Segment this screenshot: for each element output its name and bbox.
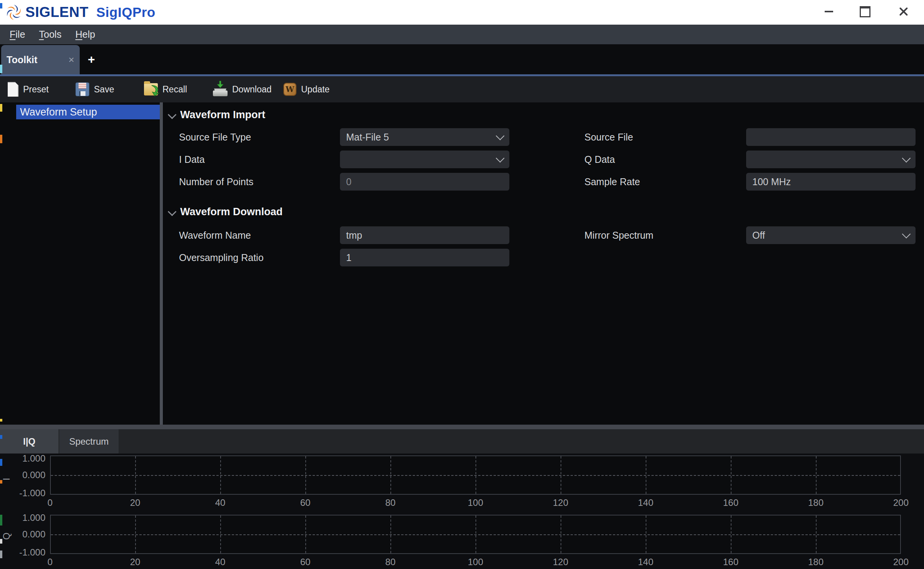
gridline-zero <box>51 534 900 535</box>
field-value: Off <box>752 230 903 241</box>
x-tick-label: 20 <box>130 557 141 567</box>
section-title: Waveform Import <box>180 109 265 121</box>
x-tick-label: 80 <box>385 497 396 508</box>
maximize-button[interactable] <box>852 0 879 23</box>
section-title: Waveform Download <box>180 206 283 218</box>
toolbar-label: Update <box>301 84 330 95</box>
axis-label-i: I <box>1 469 12 480</box>
close-button[interactable] <box>890 0 917 23</box>
menu-item-help[interactable]: Help <box>72 29 99 40</box>
sidebar-splitter[interactable] <box>160 102 163 425</box>
y-tick-label: 0.000 <box>11 529 45 540</box>
x-tick-label: 0 <box>47 497 52 508</box>
x-tick-label: 100 <box>468 557 483 567</box>
x-tick-label: 200 <box>893 497 909 508</box>
x-tick-label: 40 <box>215 497 226 508</box>
recall-folder-icon <box>144 83 158 95</box>
toolbar-label: Recall <box>162 84 187 95</box>
download-drive-icon <box>213 82 228 97</box>
tab-toolkit-label: Toolkit <box>1 54 69 65</box>
menu-bar: FileToolsHelp <box>0 25 924 44</box>
field-value: 1 <box>346 252 503 263</box>
field-label: Oversampling Ratio <box>179 249 264 266</box>
i-data-select[interactable] <box>340 151 509 168</box>
y-tick-label: -1.000 <box>11 488 45 499</box>
screen-edge-artifact <box>0 419 2 422</box>
x-tick-label: 180 <box>808 557 824 567</box>
x-tick-label: 40 <box>215 557 226 567</box>
chevron-down-icon <box>496 154 505 163</box>
q-data-select[interactable] <box>746 151 916 168</box>
field-value: 100 MHz <box>752 176 909 187</box>
chart-tab-iq[interactable]: I|Q <box>0 429 59 454</box>
chevron-down-icon <box>902 154 911 163</box>
toolbar-button-download[interactable]: Download <box>213 76 271 102</box>
screen-edge-artifact <box>0 459 2 466</box>
chevron-down-icon <box>902 230 911 239</box>
close-icon <box>899 7 909 17</box>
field-label: I Data <box>179 151 205 168</box>
screen-edge-artifact <box>0 65 2 73</box>
x-tick-label: 140 <box>638 497 653 508</box>
y-tick-label: 1.000 <box>11 453 45 464</box>
toolbar-label: Save <box>94 84 114 95</box>
toolbar-button-preset[interactable]: Preset <box>8 76 49 102</box>
screen-edge-artifact <box>0 539 2 544</box>
screen-edge-artifact <box>0 3 2 8</box>
toolbar: PresetSaveRecallDownloadWUpdate <box>0 76 924 102</box>
maximize-icon <box>860 6 870 17</box>
x-tick-label: 80 <box>385 557 396 567</box>
field-value: 0 <box>346 176 503 187</box>
toolbar-label: Download <box>232 84 271 95</box>
screen-edge-artifact <box>0 515 2 525</box>
toolbar-button-save[interactable]: Save <box>75 76 114 102</box>
screen-edge-artifact <box>0 551 2 558</box>
menu-item-file[interactable]: File <box>6 29 29 40</box>
add-tab-button[interactable]: + <box>88 44 95 74</box>
toolbar-label: Preset <box>23 84 49 95</box>
save-floppy-icon <box>75 82 89 96</box>
y-tick-label: 0.000 <box>11 470 45 480</box>
x-tick-label: 60 <box>300 557 311 567</box>
app-name: SigIQPro <box>96 0 156 25</box>
tab-close-icon[interactable]: × <box>69 54 80 66</box>
y-tick-label: -1.000 <box>11 547 45 558</box>
horizontal-splitter[interactable] <box>0 425 924 429</box>
minimize-button[interactable] <box>815 0 842 23</box>
gridline-zero <box>51 475 900 476</box>
setup-sidebar: Waveform Setup <box>0 102 160 425</box>
x-tick-label: 120 <box>553 497 568 508</box>
drive-body <box>213 90 228 96</box>
brand-siglent: SIGLENT <box>25 0 89 25</box>
number-of-points-input[interactable]: 0 <box>340 173 509 191</box>
field-label: Mirror Spectrum <box>584 226 653 244</box>
toolbar-button-update[interactable]: WUpdate <box>283 76 330 102</box>
sidebar-item-waveform-setup[interactable]: Waveform Setup <box>16 105 160 119</box>
tab-toolkit[interactable]: Toolkit × <box>1 45 80 74</box>
new-file-icon <box>8 82 18 97</box>
section-collapse-icon[interactable] <box>168 208 177 216</box>
title-bar: SIGLENT SigIQPro <box>0 0 924 25</box>
update-w-icon: W <box>283 83 296 96</box>
source-file-input[interactable] <box>746 128 916 146</box>
field-value: tmp <box>346 230 503 241</box>
mirror-spectrum-select[interactable]: Off <box>746 226 916 244</box>
chart-tab-spectrum[interactable]: Spectrum <box>59 429 119 454</box>
y-tick-label: 1.000 <box>11 512 45 523</box>
x-tick-label: 0 <box>47 557 52 567</box>
screen-edge-artifact <box>0 104 2 112</box>
field-label: Source File Type <box>179 128 251 146</box>
oversampling-ratio-input[interactable]: 1 <box>340 249 509 266</box>
source-file-type-select[interactable]: Mat-File 5 <box>340 128 509 146</box>
field-label: Sample Rate <box>584 173 640 191</box>
section-collapse-icon[interactable] <box>168 110 177 119</box>
chevron-down-icon <box>496 132 505 141</box>
sample-rate-input[interactable]: 100 MHz <box>746 173 916 191</box>
x-tick-label: 100 <box>468 497 483 508</box>
menu-item-tools[interactable]: Tools <box>35 29 65 40</box>
x-tick-label: 140 <box>638 557 653 567</box>
waveform-name-input[interactable]: tmp <box>340 226 509 244</box>
toolbar-button-recall[interactable]: Recall <box>144 76 187 102</box>
charts-panel: 0204060801001201401601802001.0000.000-1.… <box>0 454 924 569</box>
chart-tab-strip: I|QSpectrum <box>0 429 924 454</box>
